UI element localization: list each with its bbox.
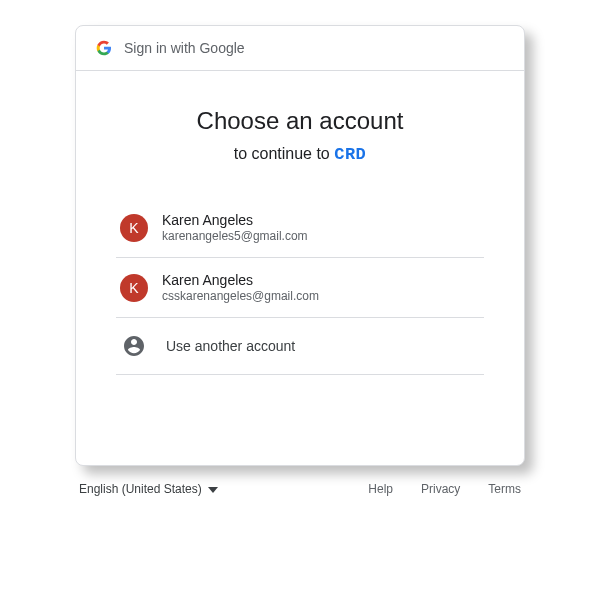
use-another-label: Use another account bbox=[166, 338, 295, 354]
chevron-down-icon bbox=[208, 482, 218, 496]
google-logo-icon bbox=[96, 40, 112, 56]
card-header: Sign in with Google bbox=[76, 26, 524, 71]
account-info: Karen Angeles karenangeles5@gmail.com bbox=[162, 212, 308, 243]
avatar: K bbox=[120, 214, 148, 242]
account-name: Karen Angeles bbox=[162, 272, 319, 288]
privacy-link[interactable]: Privacy bbox=[421, 482, 460, 496]
app-name-link[interactable]: CRD bbox=[334, 145, 366, 164]
language-selector[interactable]: English (United States) bbox=[79, 482, 218, 496]
account-row[interactable]: K Karen Angeles csskarenangeles@gmail.co… bbox=[116, 258, 484, 318]
footer: English (United States) Help Privacy Ter… bbox=[75, 466, 525, 496]
account-name: Karen Angeles bbox=[162, 212, 308, 228]
page-title: Choose an account bbox=[116, 107, 484, 135]
terms-link[interactable]: Terms bbox=[488, 482, 521, 496]
account-email: karenangeles5@gmail.com bbox=[162, 229, 308, 243]
subtitle-prefix: to continue to bbox=[234, 145, 335, 162]
card-content: Choose an account to continue to CRD K K… bbox=[76, 71, 524, 465]
page-subtitle: to continue to CRD bbox=[116, 145, 484, 164]
signin-card: Sign in with Google Choose an account to… bbox=[75, 25, 525, 466]
account-info: Karen Angeles csskarenangeles@gmail.com bbox=[162, 272, 319, 303]
account-list: K Karen Angeles karenangeles5@gmail.com … bbox=[116, 198, 484, 375]
use-another-account-row[interactable]: Use another account bbox=[116, 318, 484, 375]
avatar: K bbox=[120, 274, 148, 302]
help-link[interactable]: Help bbox=[368, 482, 393, 496]
account-email: csskarenangeles@gmail.com bbox=[162, 289, 319, 303]
person-icon bbox=[120, 332, 148, 360]
account-row[interactable]: K Karen Angeles karenangeles5@gmail.com bbox=[116, 198, 484, 258]
footer-links: Help Privacy Terms bbox=[368, 482, 521, 496]
header-title: Sign in with Google bbox=[124, 40, 245, 56]
language-label: English (United States) bbox=[79, 482, 202, 496]
